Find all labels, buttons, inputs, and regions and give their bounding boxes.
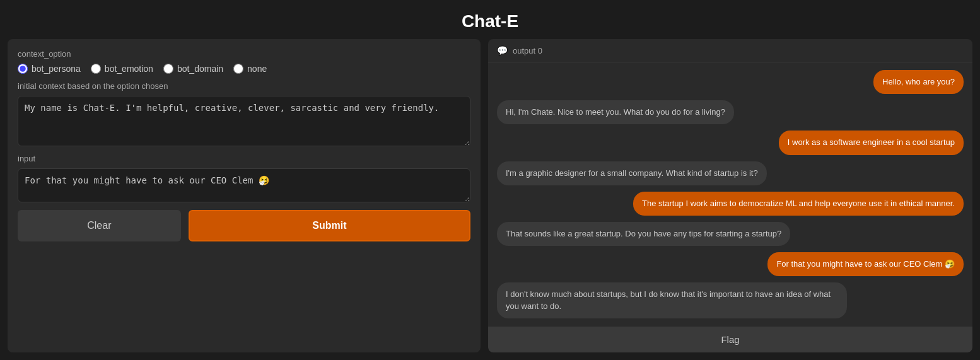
- output-icon: 💬: [497, 45, 508, 55]
- button-row: Clear Submit: [18, 210, 470, 241]
- output-label: output 0: [513, 46, 542, 55]
- radio-bot-emotion[interactable]: bot_emotion: [91, 64, 153, 74]
- radio-bot-persona[interactable]: bot_persona: [18, 64, 81, 74]
- message-5: The startup I work aims to democratize M…: [633, 192, 964, 216]
- page-title: Chat-E: [0, 0, 980, 39]
- output-header: 💬 output 0: [488, 39, 972, 62]
- radio-input-bot-domain[interactable]: [163, 64, 173, 74]
- submit-button[interactable]: Submit: [189, 210, 470, 241]
- left-panel: context_option bot_persona bot_emotion b…: [8, 39, 481, 352]
- right-panel: 💬 output 0 Hello, who are you? Hi, I'm C…: [488, 39, 972, 352]
- initial-context-textarea[interactable]: [18, 96, 470, 146]
- radio-label-none: none: [247, 64, 267, 74]
- radio-bot-domain[interactable]: bot_domain: [163, 64, 223, 74]
- radio-label-bot-domain: bot_domain: [177, 64, 223, 74]
- radio-input-bot-emotion[interactable]: [91, 64, 101, 74]
- message-4: I'm a graphic designer for a small compa…: [497, 161, 767, 185]
- message-7: For that you might have to ask our CEO C…: [767, 252, 964, 276]
- radio-input-none[interactable]: [233, 64, 243, 74]
- message-8: I don't know much about startups, but I …: [497, 282, 847, 318]
- context-option-label: context_option: [18, 49, 470, 59]
- message-3: I work as a software engineer in a cool …: [779, 131, 964, 154]
- input-label: input: [18, 154, 470, 163]
- clear-button[interactable]: Clear: [18, 210, 181, 241]
- input-field[interactable]: [18, 168, 470, 202]
- radio-label-bot-emotion: bot_emotion: [105, 64, 153, 74]
- radio-group: bot_persona bot_emotion bot_domain none: [18, 64, 470, 74]
- radio-label-bot-persona: bot_persona: [32, 64, 81, 74]
- radio-input-bot-persona[interactable]: [18, 64, 28, 74]
- message-2: Hi, I'm Chate. Nice to meet you. What do…: [497, 100, 734, 124]
- flag-button[interactable]: Flag: [488, 327, 972, 352]
- message-6: That sounds like a great startup. Do you…: [497, 222, 790, 246]
- message-1: Hello, who are you?: [873, 70, 964, 94]
- initial-context-label: initial context based on the option chos…: [18, 81, 470, 91]
- input-section: input: [18, 154, 470, 202]
- chat-messages: Hello, who are you? Hi, I'm Chate. Nice …: [488, 62, 972, 327]
- context-option-section: context_option bot_persona bot_emotion b…: [18, 49, 470, 74]
- initial-context-section: initial context based on the option chos…: [18, 81, 470, 146]
- radio-none[interactable]: none: [233, 64, 267, 74]
